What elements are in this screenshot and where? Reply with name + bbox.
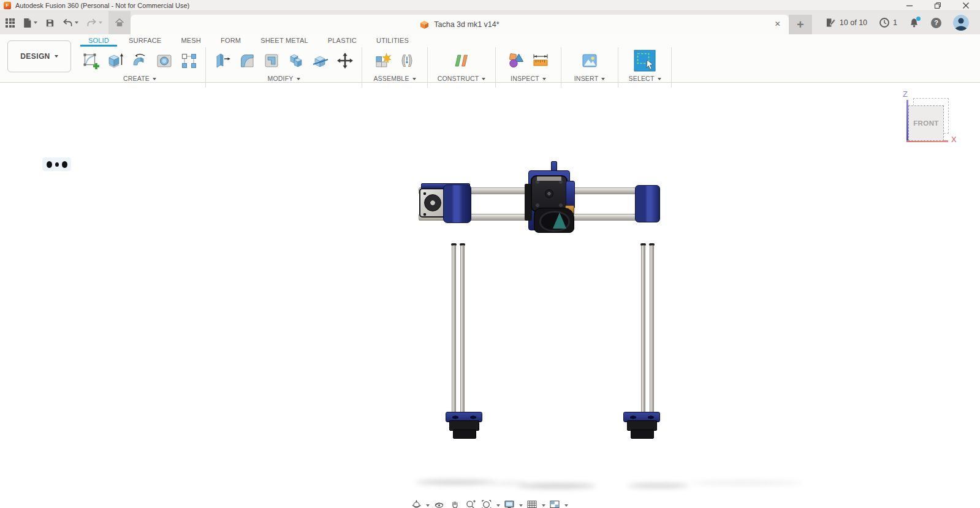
workspace-label: DESIGN [20, 52, 50, 61]
user-avatar[interactable] [953, 15, 969, 31]
revolve-button[interactable] [127, 47, 152, 74]
file-home-button[interactable] [108, 11, 131, 34]
model-z-rod[interactable] [641, 245, 645, 418]
group-separator [427, 47, 428, 88]
new-design-button[interactable]: + [789, 15, 812, 34]
document-title: Tacha 3d mk1 v14* [434, 20, 499, 29]
model-z-rod[interactable] [650, 245, 654, 418]
hole-icon [155, 51, 173, 70]
help-button[interactable]: ? [931, 18, 941, 28]
model-shadow [628, 483, 689, 488]
select-group-dropdown[interactable]: SELECT [628, 75, 661, 82]
select-button[interactable] [632, 47, 657, 74]
minimize-button[interactable] [895, 0, 924, 10]
hole-button[interactable] [152, 47, 177, 74]
restore-button[interactable] [924, 0, 952, 10]
browser-collapsed-handle[interactable] [42, 157, 71, 171]
model-right-foot-base[interactable] [631, 430, 654, 439]
measure-button[interactable] [528, 47, 553, 74]
create-sketch-button[interactable] [78, 47, 103, 74]
select-icon [634, 50, 656, 72]
combine-button[interactable] [284, 47, 308, 74]
look-at-button[interactable] [431, 498, 447, 508]
modify-group-dropdown[interactable]: MODIFY [267, 75, 300, 82]
ribbon-group-inspect: INSPECT [500, 47, 556, 82]
model-left-foot-base[interactable] [453, 430, 476, 439]
insert-canvas-button[interactable] [577, 47, 602, 74]
document-tab[interactable]: Tacha 3d mk1 v14* ✕ [131, 15, 789, 34]
display-settings-button[interactable] [501, 498, 517, 508]
tab-surface[interactable]: SURFACE [119, 34, 171, 46]
tab-utilities[interactable]: UTILITIES [367, 34, 419, 46]
group-separator [495, 47, 496, 88]
orbit-button[interactable] [408, 498, 424, 508]
inspect-group-dropdown[interactable]: INSPECT [511, 75, 546, 82]
chevron-down-icon[interactable] [517, 498, 524, 507]
assemble-group-dropdown[interactable]: ASSEMBLE [373, 75, 416, 82]
app-grid-button[interactable] [6, 18, 15, 28]
group-separator [362, 47, 362, 88]
job-status-button[interactable]: 1 [879, 17, 897, 28]
joint-button[interactable] [395, 47, 419, 74]
inspect-button[interactable] [504, 47, 528, 74]
create-group-dropdown[interactable]: CREATE [123, 75, 156, 82]
chevron-down-icon[interactable] [563, 498, 569, 507]
model-extruder-motor-window[interactable] [537, 176, 561, 181]
construct-group-dropdown[interactable]: CONSTRUCT [438, 75, 486, 82]
model-z-rod[interactable] [460, 245, 465, 418]
tab-form[interactable]: FORM [211, 34, 251, 46]
model-left-bracket[interactable] [443, 184, 471, 223]
close-icon [962, 2, 970, 9]
model-right-bracket[interactable] [635, 185, 660, 222]
tab-plastic[interactable]: PLASTIC [318, 34, 367, 46]
chevron-down-icon[interactable] [424, 498, 431, 507]
fusion-logo-icon: F [4, 2, 11, 9]
fillet-button[interactable] [235, 47, 259, 74]
model-extruder-shaft[interactable] [545, 189, 553, 198]
press-pull-button[interactable] [210, 47, 235, 74]
file-menu-button[interactable] [23, 18, 37, 28]
view-cube[interactable]: FRONT Z X [896, 91, 976, 152]
undo-icon [63, 18, 73, 27]
close-tab-button[interactable]: ✕ [775, 20, 781, 28]
version-status-button[interactable]: 10 of 10 [826, 18, 867, 28]
move-copy-button[interactable] [333, 47, 357, 74]
close-window-button[interactable] [952, 0, 980, 10]
save-button[interactable] [45, 18, 55, 28]
zoom-button[interactable] [463, 498, 479, 508]
model-viewport[interactable]: FRONT Z X [0, 83, 980, 508]
workspace-selector[interactable]: DESIGN [7, 40, 71, 72]
group-separator [561, 47, 561, 88]
view-cube-front-face[interactable]: FRONT [908, 105, 944, 141]
model-z-rod[interactable] [452, 245, 456, 418]
tab-sheet-metal[interactable]: SHEET METAL [251, 34, 318, 46]
title-bar: F Autodesk Fusion 360 (Personal - Not fo… [0, 0, 980, 11]
split-body-button[interactable] [308, 47, 333, 74]
tab-solid[interactable]: SOLID [78, 34, 119, 46]
assemble-group-label: ASSEMBLE [373, 75, 409, 82]
notifications-button[interactable] [909, 18, 919, 28]
extrude-button[interactable] [103, 47, 127, 74]
new-component-button[interactable] [370, 47, 395, 74]
viewports-button[interactable] [547, 498, 563, 508]
redo-button[interactable] [86, 18, 102, 27]
chevron-down-icon[interactable] [540, 498, 547, 507]
chevron-down-icon[interactable] [495, 498, 501, 507]
new-component-icon [373, 51, 392, 70]
insert-group-dropdown[interactable]: INSERT [574, 75, 606, 82]
pan-button[interactable] [447, 498, 463, 508]
model-left-motor-rotor[interactable] [424, 194, 441, 211]
model-shadow [518, 483, 596, 488]
grid-snaps-button[interactable] [524, 498, 540, 508]
restore-icon [934, 2, 941, 9]
pattern-button[interactable] [177, 47, 201, 74]
model-nozzle-indicator[interactable] [553, 213, 566, 229]
minimize-icon [906, 2, 913, 9]
construct-plane-button[interactable] [449, 47, 474, 74]
ribbon-group-create: CREATE [78, 47, 201, 82]
fit-button[interactable] [479, 498, 495, 508]
shell-button[interactable] [259, 47, 284, 74]
revolve-icon [131, 51, 149, 70]
tab-mesh[interactable]: MESH [171, 34, 211, 46]
undo-button[interactable] [63, 18, 78, 27]
